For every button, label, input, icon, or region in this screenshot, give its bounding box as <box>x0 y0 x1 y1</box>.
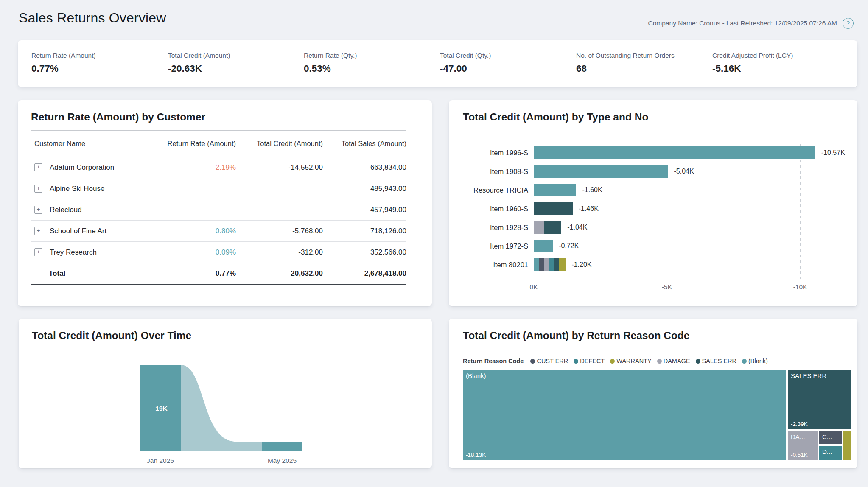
bar-item-1960-s[interactable] <box>534 202 573 215</box>
time-chart-card: Total Credit (Amount) Over Time -19K Jan… <box>19 319 432 468</box>
table-row[interactable]: +Adatum Corporation2.19%-14,552.00663,83… <box>31 157 406 178</box>
treemap-tile-value: -18.13K <box>466 452 486 458</box>
customer-name-cell: +Relecloud <box>31 206 152 214</box>
kpi-value: 0.53% <box>304 63 357 74</box>
total-sales-cell: 457,949.00 <box>323 206 406 214</box>
treemap-tile-name: (Blank) <box>466 372 486 379</box>
expand-row-button[interactable]: + <box>34 227 42 235</box>
customer-table: Customer NameReturn Rate (Amount)Total C… <box>31 130 406 285</box>
bar-segment-blank <box>534 165 668 178</box>
customer-name: Adatum Corporation <box>50 163 114 172</box>
column-header: Total Sales (Amount) <box>323 140 406 148</box>
kpi-label: Total Credit (Qty.) <box>440 52 491 59</box>
treemap-tile-cust_err[interactable]: C... <box>819 431 842 444</box>
kpi-value: -47.00 <box>440 63 491 74</box>
table-row[interactable]: +Relecloud457,949.00 <box>31 199 406 221</box>
treemap-tile-value: -0.51K <box>791 452 808 458</box>
total-rate-cell: 0.77% <box>152 269 236 278</box>
bar-item-1996-s[interactable] <box>534 146 815 159</box>
legend-item-blank[interactable]: (Blank) <box>742 358 768 364</box>
bar-chart-axis-tick: -5K <box>650 283 684 291</box>
total-sales-cell: 352,566.00 <box>323 248 406 257</box>
expand-row-button[interactable]: + <box>34 206 42 214</box>
legend-dot-defect <box>574 359 578 364</box>
bar-chart-category-label: Item 1928-S <box>490 221 528 234</box>
kpi-strip: Return Rate (Amount)0.77%Total Credit (A… <box>18 40 857 87</box>
time-chart-may-bar[interactable] <box>262 442 302 451</box>
bar-resource-tricia[interactable] <box>534 184 576 196</box>
time-chart-ribbon-area[interactable] <box>181 365 262 451</box>
bar-segment-blank <box>534 146 815 159</box>
treemap-tile-damage[interactable]: DA...-0.51K <box>788 431 818 460</box>
help-icon[interactable]: ? <box>843 18 854 29</box>
bar-segment-sales_err <box>544 221 561 234</box>
time-chart-x-label-may: May 2025 <box>268 457 297 464</box>
total-credit-cell: -14,552.00 <box>236 163 323 172</box>
treemap-tile-defect[interactable]: D... <box>819 446 842 460</box>
total-label: Total <box>34 269 65 278</box>
bar-segment-warranty <box>559 258 566 271</box>
bar-segment-damage <box>544 258 549 271</box>
bar-item-1908-s[interactable] <box>534 165 668 178</box>
expand-row-button[interactable]: + <box>34 163 42 171</box>
return-rate-cell: 0.09% <box>152 248 236 257</box>
header-info: Company Name: Cronus - Last Refreshed: 1… <box>648 18 854 29</box>
kpi-value: 68 <box>576 63 675 74</box>
time-chart-x-label-jan: Jan 2025 <box>147 457 174 464</box>
kpi-value: -20.63K <box>168 63 230 74</box>
column-header: Total Credit (Amount) <box>236 140 323 148</box>
bar-segment-sales_err <box>554 258 559 271</box>
return-rate-cell: 0.80% <box>152 227 236 235</box>
bar-segment-damage <box>534 221 544 234</box>
kpi-label: Total Credit (Amount) <box>168 52 230 59</box>
customer-name: School of Fine Art <box>50 227 106 235</box>
treemap-tile-value: -2.39K <box>791 421 808 427</box>
legend-item-cust_err[interactable]: CUST ERR <box>530 358 568 364</box>
treemap-tile-warranty[interactable] <box>843 431 851 460</box>
legend-label: WARRANTY <box>616 358 651 364</box>
total-credit-cell: -312.00 <box>236 248 323 257</box>
return-rate-cell: 2.19% <box>152 163 236 172</box>
expand-row-button[interactable]: + <box>34 248 42 256</box>
treemap-tile-blank[interactable]: (Blank)-18.13K <box>463 370 786 460</box>
legend-dot-blank <box>742 359 747 364</box>
bar-chart-category-label: Item 1972-S <box>490 240 528 252</box>
bar-chart-axis-tick: 0K <box>517 283 551 291</box>
legend-dot-cust_err <box>530 359 535 364</box>
legend-item-damage[interactable]: DAMAGE <box>657 358 690 364</box>
bar-segment-cust_err <box>539 258 544 271</box>
column-header: Customer Name <box>31 140 152 148</box>
customer-table-title: Return Rate (Amount) by Customer <box>31 111 205 123</box>
bar-segment-defect <box>549 258 554 271</box>
customer-name-cell: +Trey Research <box>31 248 152 257</box>
bar-chart-plot: 0K-5K-10K-10.57K-5.04K-1.60K-1.46K-1.04K… <box>534 145 852 289</box>
bar-chart-category-label: Item 1908-S <box>490 165 528 178</box>
legend-label: DEFECT <box>580 358 605 364</box>
customer-name: Relecloud <box>50 206 82 214</box>
time-chart-data-label: -19K <box>153 405 168 412</box>
table-total-row: Total0.77%-20,632.002,678,418.00 <box>31 263 406 285</box>
total-credit-cell: -5,768.00 <box>236 227 323 235</box>
bar-value-label: -1.20K <box>571 258 591 271</box>
table-row[interactable]: +Trey Research0.09%-312.00352,566.00 <box>31 242 406 263</box>
kpi-4: Total Credit (Qty.)-47.00 <box>440 52 491 74</box>
legend-item-defect[interactable]: DEFECT <box>574 358 605 364</box>
table-row[interactable]: +School of Fine Art0.80%-5,768.00718,126… <box>31 221 406 242</box>
kpi-6: Credit Adjusted Profit (LCY)-5.16K <box>712 52 793 74</box>
treemap-tile-sales_err[interactable]: SALES ERR-2.39K <box>788 370 851 429</box>
table-row[interactable]: +Alpine Ski House485,943.00 <box>31 178 406 199</box>
legend-label: CUST ERR <box>537 358 568 364</box>
legend-label: (Blank) <box>748 358 768 364</box>
expand-row-button[interactable]: + <box>34 185 42 193</box>
bar-value-label: -10.57K <box>821 146 845 159</box>
legend-item-warranty[interactable]: WARRANTY <box>610 358 651 364</box>
bar-item-1928-s[interactable] <box>534 221 561 234</box>
kpi-1: Return Rate (Amount)0.77% <box>31 52 96 74</box>
legend-item-sales_err[interactable]: SALES ERR <box>696 358 736 364</box>
bar-item-1972-s[interactable] <box>534 240 553 252</box>
bar-segment-sales_err <box>534 202 573 215</box>
company-refresh-info: Company Name: Cronus - Last Refreshed: 1… <box>648 20 837 27</box>
bar-item-80201[interactable] <box>534 258 566 271</box>
legend-dot-damage <box>657 359 662 364</box>
customer-name: Trey Research <box>50 248 97 257</box>
